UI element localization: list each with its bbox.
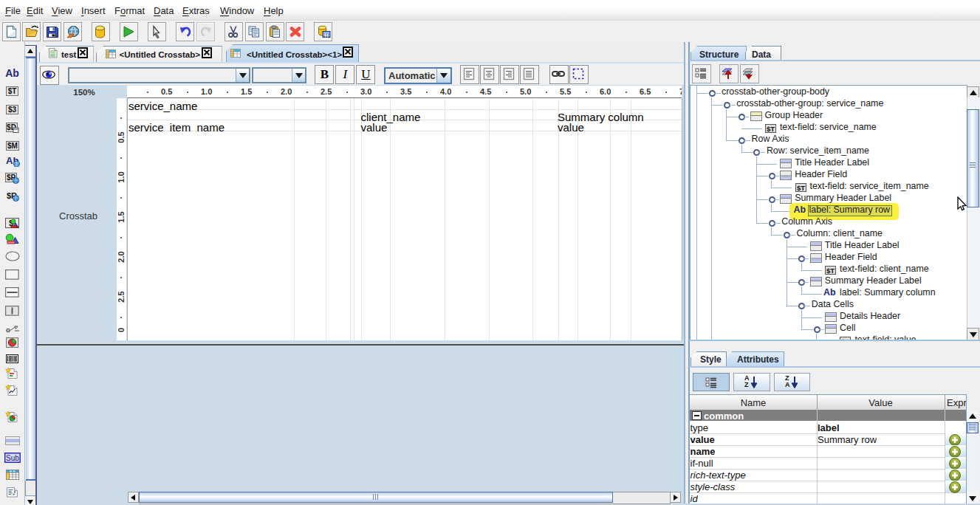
svg-text:$M: $M [7, 142, 18, 150]
svg-text:$T: $T [826, 266, 835, 274]
svg-text:$T: $T [796, 183, 804, 191]
svg-text:$3: $3 [8, 106, 17, 114]
svg-text:$T: $T [767, 124, 775, 132]
svg-text:Sub: Sub [6, 453, 19, 461]
svg-text:$T: $T [8, 87, 17, 95]
